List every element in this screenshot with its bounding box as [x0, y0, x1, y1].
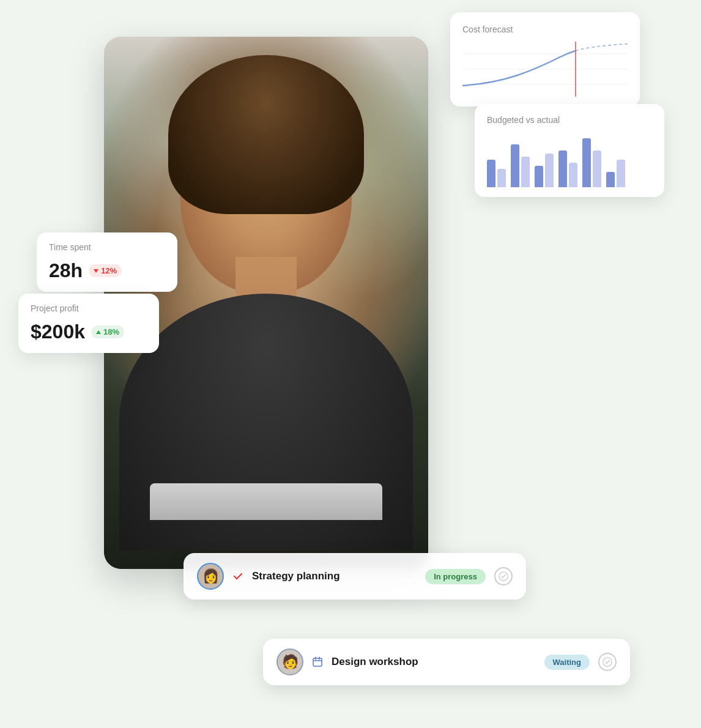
budgeted-vs-actual-card: Budgeted vs actual [475, 104, 664, 197]
cost-forecast-chart [462, 42, 628, 97]
cost-forecast-card: Cost forecast [450, 12, 640, 106]
svg-point-9 [603, 658, 612, 666]
project-profit-card: Project profit $200k 18% [18, 294, 159, 353]
design-status-badge: Waiting [544, 655, 590, 670]
scene: Cost forecast Budgeted vs actual [0, 0, 701, 728]
project-profit-value: $200k [31, 321, 85, 343]
bar-dark [582, 138, 591, 187]
bar-dark [535, 166, 543, 187]
bar-group-6 [606, 160, 625, 187]
bar-group-4 [558, 150, 577, 187]
time-spent-badge: 12% [89, 264, 122, 277]
bar-group-2 [511, 144, 530, 187]
cost-forecast-title: Cost forecast [462, 24, 628, 34]
project-profit-metric-row: $200k 18% [31, 321, 147, 343]
bar-light [593, 150, 601, 187]
strategy-task-card: 👩 Strategy planning In progress [184, 553, 526, 600]
bar-light [521, 157, 530, 187]
bar-light [545, 154, 554, 187]
bar-dark [606, 172, 615, 187]
bar-group-3 [535, 154, 554, 187]
budgeted-title: Budgeted vs actual [487, 115, 652, 125]
design-complete-icon [598, 653, 617, 671]
bar-light [569, 163, 577, 187]
time-spent-badge-value: 12% [101, 266, 117, 275]
bar-group-1 [487, 160, 506, 187]
bar-light [497, 169, 506, 187]
down-arrow-icon [94, 269, 98, 273]
up-arrow-icon [96, 330, 101, 334]
strategy-complete-icon [494, 567, 513, 585]
time-spent-card: Time spent 28h 12% [37, 232, 177, 292]
bar-dark [558, 150, 567, 187]
svg-point-4 [499, 572, 508, 581]
strategy-task-name: Strategy planning [252, 570, 417, 582]
bar-dark [487, 160, 495, 187]
design-avatar: 🧑 [276, 648, 303, 675]
project-profit-badge: 18% [91, 325, 124, 338]
bar-group-5 [582, 138, 601, 187]
time-spent-metric-row: 28h 12% [49, 259, 165, 282]
time-spent-value: 28h [49, 259, 83, 282]
calendar-icon [312, 656, 323, 667]
strategy-avatar: 👩 [197, 563, 224, 590]
bar-light [617, 160, 625, 187]
bar-chart [487, 132, 652, 187]
bar-dark [511, 144, 519, 187]
svg-rect-5 [313, 658, 322, 666]
time-spent-label: Time spent [49, 242, 165, 252]
design-task-name: Design workshop [332, 656, 536, 668]
strategy-status-badge: In progress [425, 569, 486, 584]
project-profit-label: Project profit [31, 303, 147, 313]
design-task-card: 🧑 Design workshop Waiting [263, 639, 630, 685]
project-profit-badge-value: 18% [103, 327, 119, 336]
checkmark-icon [232, 571, 243, 582]
